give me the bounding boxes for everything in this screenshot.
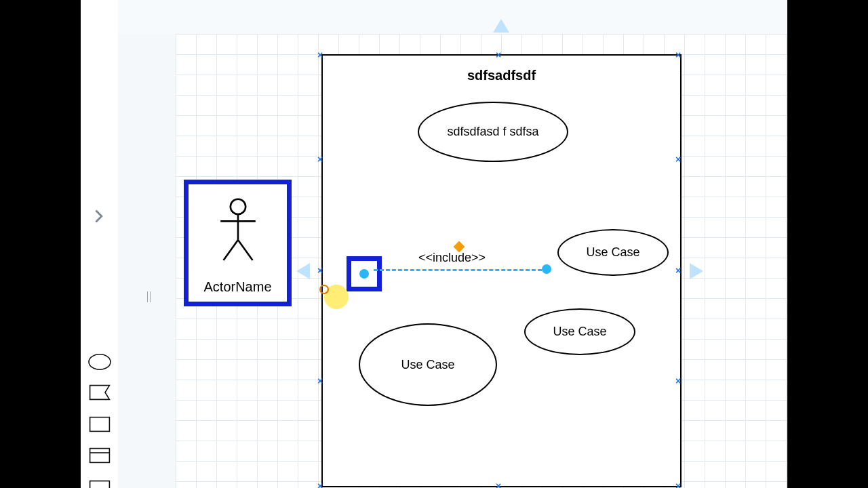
svg-point-0: [89, 354, 111, 369]
palette-flag-icon[interactable]: [89, 383, 111, 402]
use-case[interactable]: sdfsdfasd f sdfsa: [418, 102, 568, 162]
resize-handle[interactable]: [317, 266, 327, 275]
panel-splitter[interactable]: [145, 288, 152, 305]
letterbox-right: [787, 0, 868, 488]
svg-rect-4: [90, 481, 110, 488]
resize-handle[interactable]: [317, 155, 327, 164]
svg-line-8: [224, 240, 239, 260]
include-label[interactable]: <<include>>: [418, 251, 486, 265]
shape-palette[interactable]: [81, 0, 118, 488]
connector-endpoint[interactable]: [347, 256, 382, 291]
actor[interactable]: ActorName: [184, 180, 292, 306]
use-case[interactable]: Use Case: [359, 323, 497, 406]
palette-card-icon[interactable]: [89, 446, 111, 465]
pan-right-icon[interactable]: [690, 263, 703, 279]
resize-handle[interactable]: [675, 50, 685, 60]
resize-handle[interactable]: [317, 376, 327, 386]
resize-handle[interactable]: [317, 50, 327, 60]
use-case[interactable]: Use Case: [557, 229, 669, 276]
palette-rect-icon[interactable]: [89, 415, 111, 434]
resize-handle[interactable]: [675, 376, 685, 386]
palette-chevron-icon[interactable]: [89, 207, 111, 226]
toolbar-spacer: [81, 0, 787, 34]
palette-slot-icon[interactable]: [89, 476, 111, 488]
resize-handle[interactable]: [675, 155, 685, 164]
pan-up-icon[interactable]: [493, 19, 509, 33]
resize-handle[interactable]: [675, 481, 685, 488]
pan-left-icon[interactable]: [296, 263, 310, 279]
resize-handle[interactable]: [496, 50, 505, 60]
svg-line-9: [238, 240, 253, 260]
svg-point-5: [231, 199, 245, 214]
svg-rect-1: [90, 418, 110, 432]
palette-ellipse-icon[interactable]: [89, 352, 111, 371]
resize-handle[interactable]: [675, 266, 685, 275]
resize-handle[interactable]: [317, 481, 327, 488]
resize-handle[interactable]: [496, 481, 505, 488]
app-stage: sdfsadfsdf sdfsdfasd f sdfsa Use Case Us…: [81, 0, 787, 488]
connector-endpoint[interactable]: [542, 264, 551, 274]
actor-icon: [209, 194, 267, 268]
system-title[interactable]: sdfsadfsdf: [323, 56, 680, 83]
actor-label: ActorName: [189, 279, 287, 295]
letterbox-left: [0, 0, 81, 488]
svg-rect-2: [90, 449, 110, 463]
use-case[interactable]: Use Case: [524, 308, 635, 355]
port-indicator: [319, 285, 329, 294]
